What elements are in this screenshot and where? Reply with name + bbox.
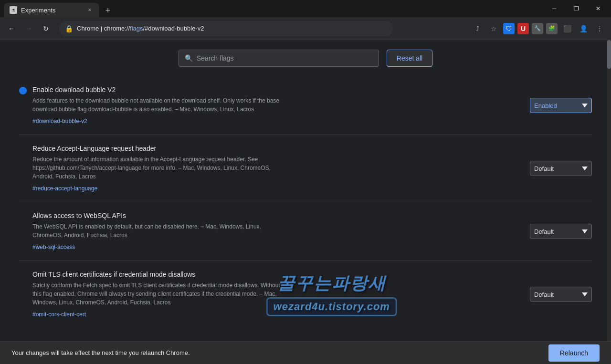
tab-label: Experiments	[21, 7, 55, 14]
relaunch-button[interactable]: Relaunch	[548, 344, 600, 362]
flag-select-enabled[interactable]: Default Enabled Disabled	[530, 98, 592, 113]
search-icon: 🔍	[185, 54, 193, 62]
flag-link[interactable]: #web-sql-access	[32, 244, 75, 250]
flag-title-highlighted: Enable download bubble V2	[32, 86, 116, 94]
minimize-button[interactable]: ─	[543, 0, 565, 17]
tab-favicon: ⚗	[10, 6, 17, 14]
flag-select-default[interactable]: Default Enabled Disabled	[530, 224, 592, 239]
flag-item-web-sql-access: Allows access to WebSQL APIs The WebSQL …	[19, 202, 592, 261]
extension-icon-1[interactable]: 🛡	[503, 23, 515, 34]
profile-icon: 👤	[579, 25, 588, 32]
scrollbar-thumb[interactable]	[607, 40, 611, 69]
extension-icon-4[interactable]: 🧩	[546, 23, 558, 34]
window-controls: ─ ❐ ✕	[543, 0, 611, 17]
forward-button[interactable]: →	[21, 21, 36, 36]
address-bar[interactable]: 🔒 Chrome | chrome://flags/#download-bubb…	[59, 21, 393, 36]
search-box[interactable]: 🔍	[179, 50, 379, 67]
maximize-button[interactable]: ❐	[565, 0, 587, 17]
flag-title: Omit TLS client certificates if credenti…	[32, 270, 520, 278]
flag-control: Default Enabled Disabled	[530, 98, 592, 113]
flag-select-default[interactable]: Default Enabled Disabled	[530, 287, 592, 302]
address-flags: flags	[130, 25, 143, 32]
flag-link[interactable]: #download-bubble-v2	[32, 118, 87, 125]
flag-content: Allows access to WebSQL APIs The WebSQL …	[32, 212, 520, 251]
share-button[interactable]: ⤴	[470, 21, 485, 36]
flag-control: Default Enabled Disabled	[530, 224, 592, 239]
flag-control: Default Enabled Disabled	[530, 287, 592, 302]
reset-all-button[interactable]: Reset all	[387, 50, 432, 67]
search-input[interactable]	[197, 54, 373, 62]
forward-icon: →	[25, 25, 32, 32]
address-text: Chrome | chrome://flags/#download-bubble…	[77, 25, 204, 32]
share-icon: ⤴	[476, 25, 479, 32]
toolbar-actions: ⤴ ☆ 🛡 U 🔧 🧩 ⬛ 👤 ⋮	[470, 21, 607, 36]
flag-control: Default Enabled Disabled	[530, 161, 592, 176]
page-content: 🔍 Reset all Enable download bubble V2 Ad…	[0, 40, 611, 341]
back-button[interactable]: ←	[4, 21, 19, 36]
scrollbar[interactable]	[607, 40, 611, 341]
flag-description: Adds features to the download bubble not…	[32, 96, 290, 114]
extensions-icon: ⬛	[563, 25, 571, 32]
bottom-bar: Your changes will take effect the next t…	[0, 341, 611, 364]
extensions-button[interactable]: ⬛	[559, 21, 575, 36]
tab-close-button[interactable]: ×	[86, 6, 94, 14]
toolbar: ← → ↻ 🔒 Chrome | chrome://flags/#downloa…	[0, 17, 611, 40]
profile-button[interactable]: 👤	[576, 21, 591, 36]
flags-list: Enable download bubble V2 Adds features …	[0, 76, 611, 318]
flag-content: Reduce Accept-Language request header Re…	[32, 145, 520, 192]
bottom-message: Your changes will take effect the next t…	[11, 349, 190, 356]
address-prefix: Chrome | chrome://	[77, 25, 130, 32]
flag-description: Reduce the amount of information availab…	[32, 155, 290, 181]
reload-icon: ↻	[43, 25, 49, 32]
extension-icon-3[interactable]: 🔧	[532, 23, 543, 34]
active-tab[interactable]: ⚗ Experiments ×	[4, 3, 99, 17]
flag-description: Strictly conform the Fetch spec to omit …	[32, 281, 290, 307]
bookmark-button[interactable]: ☆	[486, 21, 501, 36]
flag-content: Enable download bubble V2 Adds features …	[32, 86, 520, 125]
new-tab-button[interactable]: +	[101, 4, 115, 17]
tab-bar: ⚗ Experiments × +	[0, 0, 115, 17]
flag-link[interactable]: #omit-cors-client-cert	[32, 311, 86, 318]
flag-title: Reduce Accept-Language request header	[32, 145, 520, 152]
flag-item-reduce-accept-language: Reduce Accept-Language request header Re…	[19, 135, 592, 202]
flag-description: The WebSQL API is enabled by default, bu…	[32, 222, 290, 239]
menu-button[interactable]: ⋮	[592, 21, 607, 36]
flag-link[interactable]: #reduce-accept-language	[32, 185, 97, 192]
extension-icon-2[interactable]: U	[517, 23, 529, 34]
search-section: 🔍 Reset all	[0, 40, 611, 76]
titlebar: ⚗ Experiments × + ─ ❐ ✕	[0, 0, 611, 17]
flag-title: Allows access to WebSQL APIs	[32, 212, 520, 219]
address-suffix: /#download-bubble-v2	[143, 25, 204, 32]
flag-content: Omit TLS client certificates if credenti…	[32, 270, 520, 318]
flag-item-download-bubble-v2: Enable download bubble V2 Adds features …	[19, 76, 592, 135]
bookmark-icon: ☆	[491, 25, 497, 32]
flag-title: Enable download bubble V2	[32, 86, 520, 94]
back-icon: ←	[8, 25, 15, 32]
svg-text:⚗: ⚗	[11, 8, 15, 13]
flag-indicator	[19, 87, 27, 94]
close-button[interactable]: ✕	[587, 0, 609, 17]
content-area: 🔍 Reset all Enable download bubble V2 Ad…	[0, 40, 611, 341]
menu-icon: ⋮	[596, 25, 603, 32]
flag-select-default[interactable]: Default Enabled Disabled	[530, 161, 592, 176]
reload-button[interactable]: ↻	[38, 21, 53, 36]
flag-item-omit-cors-client-cert: Omit TLS client certificates if credenti…	[19, 261, 592, 318]
security-icon: 🔒	[65, 25, 73, 32]
